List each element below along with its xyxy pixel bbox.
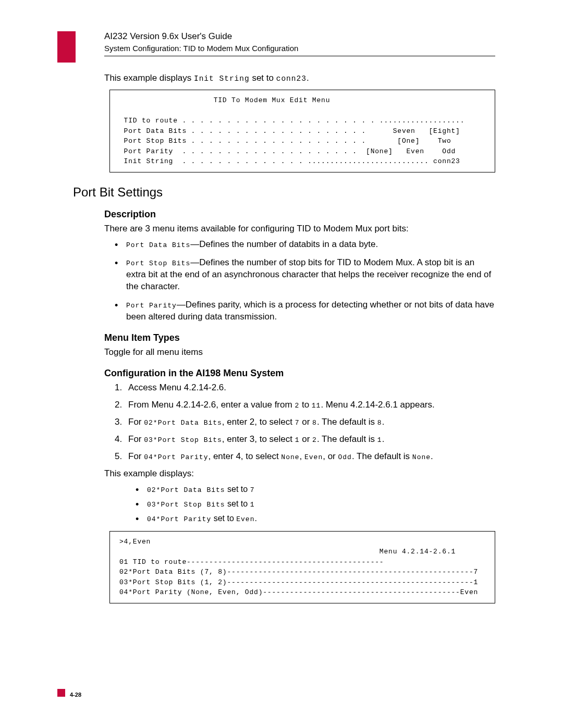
step-4: For 03*Port Stop Bits, enter 3, to selec… — [115, 434, 495, 446]
intro-val: conn23 — [276, 75, 307, 83]
intro-mid: set to — [250, 73, 276, 83]
step-1: Access Menu 4.2.14-2.6. — [115, 382, 495, 394]
menu-item-types-paragraph: Toggle for all menu items — [104, 347, 495, 359]
brand-color-block-bottom — [57, 689, 65, 697]
sub-bullet-2: 03*Port Stop Bits set to 1 — [136, 498, 495, 510]
brand-color-block-top — [57, 31, 76, 63]
step-5: For 04*Port Parity, enter 4, to select N… — [115, 451, 495, 463]
step-3: For 02*Port Data Bits, enter 2, to selec… — [115, 416, 495, 428]
terminal-box-1: TID To Modem Mux Edit Menu TID to route … — [109, 90, 495, 172]
description-heading: Description — [104, 209, 495, 220]
bullet2-code: Port Stop Bits — [126, 260, 190, 267]
config-steps: Access Menu 4.2.14-2.6. From Menu 4.2.14… — [115, 382, 495, 463]
intro-post: . — [307, 73, 309, 83]
sub-bullet-1: 02*Port Data Bits set to 7 — [136, 483, 495, 496]
bullet-port-data-bits: Port Data Bits—Defines the number of dat… — [115, 239, 495, 251]
config-heading: Configuration in the AI198 Menu System — [104, 368, 495, 379]
intro-code: Init String — [194, 75, 250, 83]
intro-pre: This example displays — [104, 73, 194, 83]
menu-item-types-heading: Menu Item Types — [104, 332, 495, 343]
bullet-port-parity: Port Parity—Defines parity, which is a p… — [115, 299, 495, 323]
example-paragraph: This example displays: — [104, 468, 495, 480]
bullet3-code: Port Parity — [126, 302, 177, 310]
section-title: Port Bit Settings — [73, 185, 495, 200]
terminal-box-2: >4,Even Menu 4.2.14-2.6.1 01 TID to rout… — [109, 531, 495, 603]
description-bullets: Port Data Bits—Defines the number of dat… — [115, 239, 495, 323]
sub-bullet-3: 04*Port Parity set to Even. — [136, 512, 495, 525]
intro-paragraph: This example displays Init String set to… — [104, 73, 495, 83]
bullet3-text: —Defines parity, which is a process for … — [126, 300, 494, 322]
page-header: AI232 Version 9.6x User's Guide System C… — [104, 31, 495, 56]
step-2: From Menu 4.2.14-2.6, enter a value from… — [115, 399, 495, 411]
bullet1-text: —Defines the number of databits in a dat… — [190, 239, 378, 249]
doc-subtitle: System Configuration: TID to Modem Mux C… — [104, 44, 495, 53]
doc-title: AI232 Version 9.6x User's Guide — [104, 31, 495, 42]
header-rule — [104, 56, 495, 56]
bullet-port-stop-bits: Port Stop Bits—Defines the number of sto… — [115, 257, 495, 293]
page-content: This example displays Init String set to… — [73, 73, 495, 616]
page-number: 4-28 — [68, 692, 81, 698]
description-paragraph: There are 3 menu items available for con… — [104, 223, 495, 235]
example-bullets: 02*Port Data Bits set to 7 03*Port Stop … — [136, 483, 495, 525]
bullet1-code: Port Data Bits — [126, 241, 190, 249]
